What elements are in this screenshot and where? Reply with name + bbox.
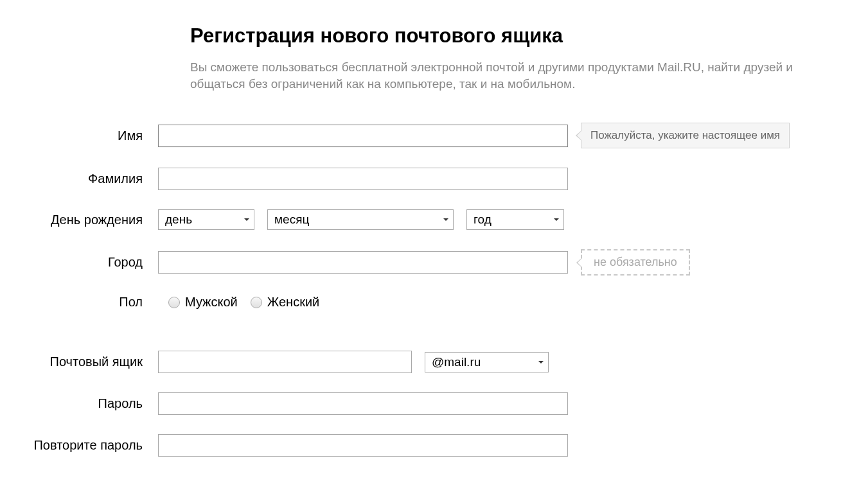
label-mailbox: Почтовый ящик <box>23 355 158 369</box>
label-birthday: День рождения <box>23 213 158 227</box>
birthday-day-value: день <box>165 213 192 227</box>
birthday-year-value: год <box>474 213 492 227</box>
row-gender: Пол Мужской Женский <box>23 295 855 310</box>
label-city: Город <box>23 255 158 270</box>
label-password-repeat: Повторите пароль <box>23 438 158 453</box>
city-input[interactable] <box>158 251 568 274</box>
row-city: Город не обязательно <box>23 249 855 276</box>
row-password-repeat: Повторите пароль <box>23 434 855 457</box>
birthday-year-select[interactable]: год <box>466 209 564 230</box>
birthday-day-select[interactable]: день <box>158 209 254 230</box>
label-password: Пароль <box>23 396 158 411</box>
birthday-month-select[interactable]: месяц <box>267 209 454 230</box>
mailbox-domain-select[interactable]: @mail.ru <box>425 352 549 372</box>
radio-icon <box>251 297 262 308</box>
password-repeat-input[interactable] <box>158 434 568 457</box>
row-mailbox: Почтовый ящик @mail.ru <box>23 351 855 373</box>
first-name-input[interactable] <box>158 125 568 147</box>
heading-block: Регистрация нового почтового ящика Вы см… <box>190 24 839 92</box>
registration-form: Регистрация нового почтового ящика Вы см… <box>23 24 855 457</box>
label-gender: Пол <box>23 295 158 310</box>
row-last-name: Фамилия <box>23 168 855 190</box>
mailbox-input[interactable] <box>158 351 412 373</box>
last-name-input[interactable] <box>158 168 568 190</box>
mailbox-domain-value: @mail.ru <box>432 355 481 369</box>
gender-radio-group: Мужской Женский <box>168 295 319 310</box>
row-first-name: Имя Пожалуйста, укажите настоящее имя <box>23 123 855 148</box>
row-password: Пароль <box>23 392 855 415</box>
page-subtitle: Вы сможете пользоваться бесплатной элект… <box>190 59 839 92</box>
tooltip-first-name-hint: Пожалуйста, укажите настоящее имя <box>581 123 790 148</box>
gender-male-label: Мужской <box>185 295 238 310</box>
gender-female-radio[interactable]: Женский <box>251 295 319 310</box>
radio-icon <box>168 297 180 308</box>
label-first-name: Имя <box>23 128 158 143</box>
label-last-name: Фамилия <box>23 171 158 186</box>
row-birthday: День рождения день месяц год <box>23 209 855 230</box>
birthday-month-value: месяц <box>274 213 309 227</box>
page-title: Регистрация нового почтового ящика <box>190 24 839 48</box>
tooltip-city-optional: не обязательно <box>581 249 690 276</box>
gender-male-radio[interactable]: Мужской <box>168 295 238 310</box>
gender-female-label: Женский <box>267 295 319 310</box>
password-input[interactable] <box>158 392 568 415</box>
